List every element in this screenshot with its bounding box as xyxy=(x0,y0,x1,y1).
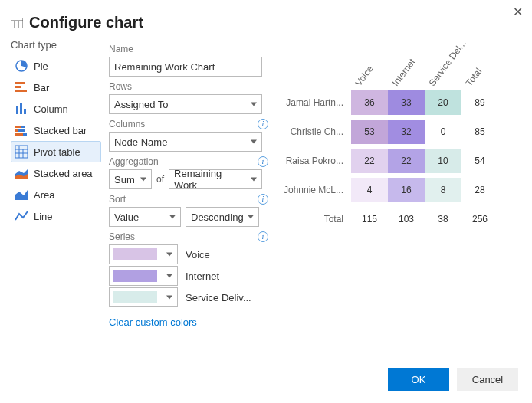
pivot-column-header: Total xyxy=(464,52,494,88)
chart-type-pivot-table[interactable]: Pivot table xyxy=(11,141,101,162)
rows-select-value: Assigned To xyxy=(114,99,169,110)
chart-type-label: Pie xyxy=(34,61,48,72)
chart-type-label: Bar xyxy=(34,82,49,93)
name-input[interactable] xyxy=(109,57,262,77)
pivot-total-row: Total11510338256 xyxy=(282,205,524,234)
aggregation-field-select[interactable]: Remaining Work xyxy=(169,169,262,189)
series-row: Internet xyxy=(109,266,268,286)
svg-rect-13 xyxy=(15,129,18,132)
chart-type-column[interactable]: Column xyxy=(11,98,101,120)
sort-dir-select[interactable]: Descending xyxy=(186,207,259,227)
aggregation-field-value: Remaining Work xyxy=(174,168,246,191)
svg-rect-9 xyxy=(20,103,22,114)
columns-select-value: Node Name xyxy=(114,136,167,148)
chart-type-label: Column xyxy=(34,103,68,115)
svg-rect-12 xyxy=(21,126,25,128)
series-color-select[interactable] xyxy=(109,244,178,264)
pivot-row-name: Raisa Pokro... xyxy=(282,156,351,166)
series-label: Voice xyxy=(186,249,210,260)
clear-custom-colors-link[interactable]: Clear custom colors xyxy=(109,316,268,328)
columns-label: Columns xyxy=(109,119,145,129)
pivot-cell: 10 xyxy=(425,149,461,173)
rows-label: Rows xyxy=(109,81,132,92)
pivot-cell: 32 xyxy=(388,120,425,144)
name-label: Name xyxy=(109,44,133,54)
sort-by-select[interactable]: Value xyxy=(109,207,181,227)
sort-by-value: Value xyxy=(114,211,139,223)
pivot-cell: 22 xyxy=(351,149,388,173)
pivot-total-cell: 256 xyxy=(461,207,498,231)
pivot-row-name: Christie Ch... xyxy=(282,126,351,137)
line-icon xyxy=(14,209,29,223)
svg-rect-11 xyxy=(15,126,21,128)
color-swatch xyxy=(113,270,157,282)
chart-type-pie[interactable]: Pie xyxy=(11,55,101,77)
svg-rect-7 xyxy=(15,90,27,92)
pivot-cell: 20 xyxy=(425,90,461,115)
chart-config-icon xyxy=(11,18,23,28)
aggregation-fn-value: Sum xyxy=(114,174,135,185)
series-color-select[interactable] xyxy=(109,266,178,286)
chart-type-label: Pivot table xyxy=(34,146,80,158)
svg-rect-15 xyxy=(15,133,23,136)
chart-type-stacked-bar[interactable]: Stacked bar xyxy=(11,120,101,141)
pivot-row: Christie Ch...5332085 xyxy=(282,117,524,146)
chart-type-stacked-area[interactable]: Stacked area xyxy=(11,162,101,184)
pivot-column-header: Service Del... xyxy=(427,52,458,88)
chart-type-label: Stacked bar xyxy=(34,125,87,136)
pivot-row: Raisa Pokro...22221054 xyxy=(282,146,524,175)
svg-rect-5 xyxy=(15,82,25,84)
aggregation-of-label: of xyxy=(156,174,164,185)
chart-type-label: Line xyxy=(34,211,53,222)
pivot-cell: 54 xyxy=(461,149,498,173)
stacked-bar-icon xyxy=(14,123,29,137)
svg-rect-16 xyxy=(23,133,27,136)
pivot-cell: 22 xyxy=(388,149,425,173)
close-icon[interactable]: ✕ xyxy=(513,5,523,19)
pivot-cell: 4 xyxy=(351,178,388,202)
svg-rect-8 xyxy=(16,106,18,114)
pivot-cell: 33 xyxy=(388,90,425,115)
bar-icon xyxy=(14,80,29,94)
series-row: Service Deliv... xyxy=(109,287,268,307)
chart-type-line[interactable]: Line xyxy=(11,205,101,227)
info-icon[interactable]: i xyxy=(258,156,268,167)
pivot-cell: 53 xyxy=(351,120,388,144)
chart-type-area[interactable]: Area xyxy=(11,184,101,205)
pie-icon xyxy=(14,59,29,73)
info-icon[interactable]: i xyxy=(258,119,268,129)
rows-select[interactable]: Assigned To xyxy=(109,94,262,114)
pivot-row-name: Jamal Hartn... xyxy=(282,97,351,108)
pivot-total-cell: 103 xyxy=(388,207,425,231)
sort-dir-value: Descending xyxy=(191,211,244,223)
pivot-cell: 36 xyxy=(351,90,388,115)
column-icon xyxy=(14,102,29,116)
pivot-column-header: Voice xyxy=(353,52,384,88)
stacked-area-icon xyxy=(14,166,29,180)
pivot-cell: 8 xyxy=(425,178,461,202)
color-swatch xyxy=(113,291,157,303)
pivot-total-cell: 38 xyxy=(425,207,461,231)
color-swatch xyxy=(113,248,157,260)
ok-button[interactable]: OK xyxy=(388,368,449,391)
pivot-cell: 28 xyxy=(461,178,498,202)
chart-type-label: Stacked area xyxy=(34,168,93,179)
svg-rect-6 xyxy=(15,86,21,88)
aggregation-label: Aggregation xyxy=(109,156,159,167)
pivot-table-icon xyxy=(14,145,29,159)
info-icon[interactable]: i xyxy=(258,231,268,242)
svg-rect-17 xyxy=(15,146,28,158)
series-label: Series xyxy=(109,231,135,242)
svg-rect-0 xyxy=(11,18,23,28)
info-icon[interactable]: i xyxy=(258,194,268,205)
pivot-row: Johnnie McL...416828 xyxy=(282,175,524,205)
cancel-button[interactable]: Cancel xyxy=(457,368,518,391)
aggregation-fn-select[interactable]: Sum xyxy=(109,169,152,189)
columns-select[interactable]: Node Name xyxy=(109,132,262,152)
pivot-total-cell: 115 xyxy=(351,207,388,231)
series-label: Service Deliv... xyxy=(186,292,251,303)
pivot-row: Jamal Hartn...36332089 xyxy=(282,88,524,117)
series-color-select[interactable] xyxy=(109,287,178,307)
area-icon xyxy=(14,188,29,202)
chart-type-bar[interactable]: Bar xyxy=(11,77,101,98)
